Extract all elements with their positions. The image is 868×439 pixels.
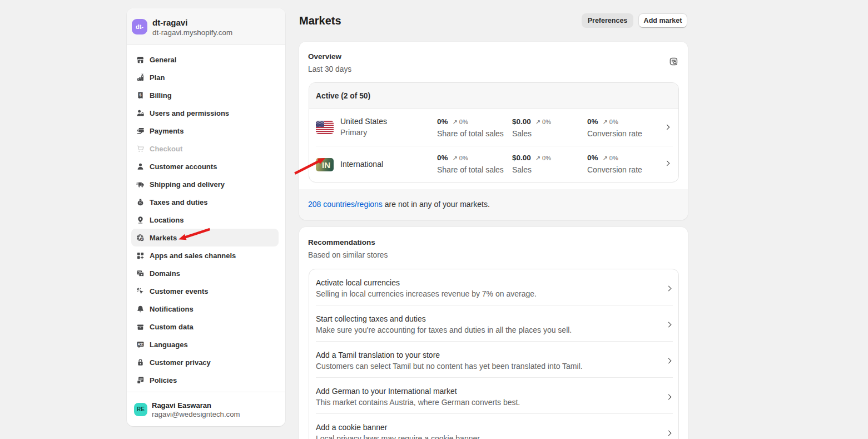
svg-text:$: $ <box>139 92 141 97</box>
svg-text:文: 文 <box>139 342 143 346</box>
